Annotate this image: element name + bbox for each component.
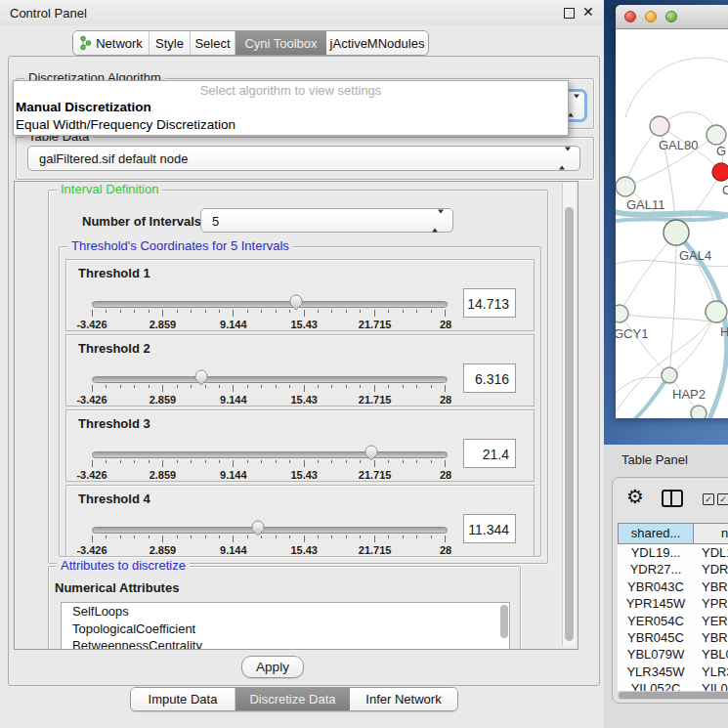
tick-mark — [219, 310, 220, 313]
tick-mark — [318, 535, 319, 538]
tick-mark — [360, 385, 361, 388]
network-node[interactable] — [707, 125, 726, 145]
threshold-value-field[interactable]: 21.4 — [463, 439, 516, 468]
split-table-icon[interactable] — [662, 490, 683, 507]
cell-name: YBR0 — [694, 629, 728, 646]
tab-network[interactable]: Network — [73, 31, 150, 55]
scale-label: 15.43 — [290, 319, 318, 330]
node-label: C — [722, 183, 728, 197]
list-item[interactable]: BetweennessCentrality — [62, 637, 509, 650]
network-node[interactable] — [664, 220, 689, 245]
node-label: GAL4 — [679, 248, 711, 263]
network-node[interactable] — [616, 305, 628, 322]
tick-mark — [431, 385, 432, 388]
scale-label: 15.43 — [290, 394, 318, 406]
table-data-combobox[interactable]: galFiltered.sif default node — [27, 146, 580, 171]
network-node[interactable] — [712, 163, 728, 181]
slider-track[interactable] — [92, 451, 448, 458]
float-window-icon[interactable] — [564, 8, 575, 19]
scrollbar-thumb[interactable] — [619, 692, 728, 699]
tick-mark — [205, 460, 206, 463]
tab-cyni-toolbox[interactable]: Cyni Toolbox — [236, 31, 326, 55]
tick-mark — [403, 535, 404, 538]
table-row[interactable]: YBR043CYBR0 — [618, 578, 728, 595]
settings-scrollbar[interactable] — [562, 183, 576, 646]
table-row[interactable]: YDL19...YDL1 — [618, 544, 728, 561]
apply-button[interactable]: Apply — [241, 656, 304, 678]
threshold-slider[interactable]: -3.4262.8599.14415.4321.71528 — [92, 293, 446, 332]
threshold-value-field[interactable]: 14.713 — [463, 288, 516, 318]
tick-mark — [120, 535, 121, 538]
tick-mark — [304, 535, 305, 542]
checkbox-icon[interactable]: ✓ — [703, 493, 714, 505]
scale-label: 21.715 — [359, 394, 392, 406]
checkbox-icon[interactable]: ✓ — [717, 493, 728, 505]
network-node[interactable] — [650, 116, 669, 136]
tab-jactivemnodules[interactable]: jActiveMNodules — [326, 31, 428, 55]
tab-infer-network[interactable]: Infer Network — [350, 688, 457, 710]
attributes-scrollbar[interactable] — [500, 605, 508, 638]
network-node[interactable] — [662, 367, 677, 383]
gear-icon[interactable]: ⚙ — [626, 486, 644, 507]
slider-track[interactable] — [92, 376, 448, 383]
cell-name: YER0 — [694, 613, 728, 629]
cell-name: YIL0 — [694, 680, 728, 691]
table-header-row: shared...na — [618, 523, 728, 544]
threshold-slider[interactable]: -3.4262.8599.14415.4321.71528 — [92, 368, 446, 407]
tick-mark — [162, 535, 163, 542]
threshold-slider[interactable]: -3.4262.8599.14415.4321.71528 — [92, 519, 446, 558]
network-node[interactable] — [616, 177, 635, 196]
slider-track[interactable] — [92, 301, 448, 308]
network-canvas[interactable]: GAL80GCGAL11GAL4GCY1HHAP2 — [616, 29, 728, 418]
network-node[interactable] — [691, 406, 707, 418]
column-header[interactable]: shared... — [618, 523, 694, 544]
tab-select[interactable]: Select — [191, 31, 236, 55]
zoom-traffic-light-icon[interactable] — [665, 11, 677, 22]
table-row[interactable]: YER054CYER0 — [618, 613, 728, 629]
scale-label: 2.859 — [150, 469, 177, 481]
slider-track[interactable] — [92, 527, 448, 534]
tick-mark — [374, 385, 375, 392]
table-row[interactable]: YBL079WYBL0 — [618, 646, 728, 663]
algorithm-option-equal-width[interactable]: Equal Width/Frequency Discretization — [14, 116, 568, 134]
tick-mark — [149, 310, 150, 313]
table-row[interactable]: YIL052CYIL0 — [618, 680, 728, 691]
algorithm-hint-item[interactable]: Select algorithm to view settings — [14, 81, 568, 99]
tick-mark — [374, 535, 375, 542]
num-intervals-combobox[interactable]: 5 — [200, 208, 453, 233]
network-node[interactable] — [706, 301, 727, 322]
list-item[interactable]: TopologicalCoefficient — [62, 621, 509, 638]
threshold-box: Threshold 1-3.4262.8599.14415.4321.71528… — [65, 259, 535, 331]
network-window-titlebar[interactable] — [616, 5, 728, 29]
algorithm-option-manual[interactable]: Manual Discretization — [14, 99, 568, 116]
scrollbar-thumb[interactable] — [565, 207, 574, 641]
tab-discretize-data[interactable]: Discretize Data — [236, 688, 350, 710]
scale-label: -3.426 — [76, 394, 107, 406]
table-row[interactable]: YPR145WYPR1 — [618, 595, 728, 612]
tick-mark — [388, 460, 389, 463]
scale-label: 28 — [440, 394, 451, 406]
slider-thumb[interactable] — [288, 293, 304, 312]
close-traffic-light-icon[interactable] — [624, 11, 636, 22]
close-icon[interactable]: ✕ — [582, 4, 594, 20]
threshold-value-field[interactable]: 11.344 — [463, 514, 516, 543]
table-row[interactable]: YLR345WYLR3 — [618, 664, 728, 680]
table-row[interactable]: YBR045CYBR0 — [618, 629, 728, 646]
tab-style[interactable]: Style — [150, 31, 191, 55]
threshold-value-field[interactable]: 6.316 — [463, 364, 516, 393]
num-intervals-label: Number of Intervals — [82, 214, 201, 229]
slider-thumb[interactable] — [364, 444, 379, 462]
minimize-traffic-light-icon[interactable] — [645, 11, 657, 22]
list-item[interactable]: SelfLoops — [62, 603, 509, 621]
network-view-window[interactable]: GAL80GCGAL11GAL4GCY1HHAP2 — [616, 5, 728, 418]
slider-thumb[interactable] — [193, 368, 209, 387]
tab-impute-data[interactable]: Impute Data — [131, 688, 236, 710]
tick-mark — [416, 535, 417, 538]
column-header[interactable]: na — [694, 523, 728, 544]
tick-mark — [276, 460, 277, 463]
slider-thumb[interactable] — [250, 519, 266, 537]
threshold-slider[interactable]: -3.4262.8599.14415.4321.71528 — [92, 444, 446, 483]
table-horizontal-scrollbar[interactable] — [618, 691, 728, 700]
table-row[interactable]: YDR27...YDR2 — [618, 561, 728, 578]
attributes-listbox[interactable]: SelfLoopsTopologicalCoefficientBetweenne… — [61, 602, 510, 650]
